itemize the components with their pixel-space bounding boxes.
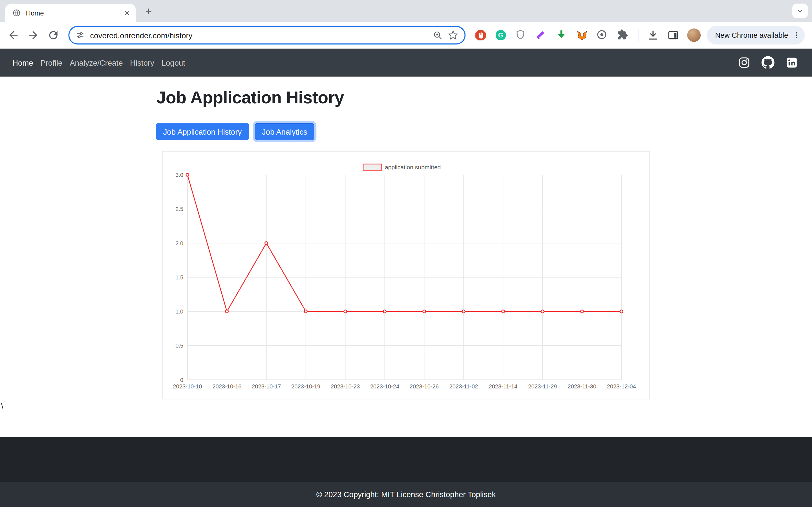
svg-text:2023-10-23: 2023-10-23 — [331, 383, 360, 390]
svg-text:2023-12-04: 2023-12-04 — [607, 383, 636, 390]
job-analytics-button[interactable]: Job Analytics — [255, 123, 314, 140]
tab-close-icon[interactable] — [122, 8, 132, 17]
forward-button[interactable] — [27, 29, 40, 41]
instagram-icon[interactable] — [737, 55, 752, 70]
chrome-update-label: New Chrome available — [715, 31, 788, 39]
svg-text:0: 0 — [180, 377, 183, 383]
adblock-extension-icon[interactable] — [474, 29, 487, 41]
browser-toolbar: covered.onrender.com/history G — [0, 22, 812, 49]
tab-title: Home — [26, 9, 117, 17]
bookmark-star-icon[interactable] — [448, 30, 458, 41]
svg-text:1.0: 1.0 — [175, 308, 183, 315]
svg-text:0.5: 0.5 — [175, 342, 183, 349]
nav-item-analyze-create[interactable]: Analyze/Create — [70, 58, 123, 67]
highlighter-extension-icon[interactable] — [535, 29, 546, 40]
svg-text:2023-10-17: 2023-10-17 — [252, 383, 281, 390]
url-text[interactable]: covered.onrender.com/history — [90, 31, 428, 40]
line-chart: 00.51.01.52.02.53.02023-10-102023-10-162… — [163, 152, 650, 399]
browser-window: Home covered.onrender. — [0, 0, 812, 507]
metamask-extension-icon[interactable] — [576, 29, 588, 41]
github-icon[interactable] — [760, 55, 776, 70]
svg-text:2023-10-10: 2023-10-10 — [173, 383, 202, 390]
svg-text:G: G — [498, 31, 504, 39]
downloads-icon[interactable] — [647, 29, 659, 41]
page-title: Job Application History — [156, 88, 344, 108]
nav-item-home[interactable]: Home — [12, 58, 33, 67]
footer: Interested in Joining the Project Email … — [0, 437, 812, 482]
kebab-menu-icon[interactable] — [792, 31, 801, 39]
chart-card: 00.51.01.52.02.53.02023-10-102023-10-162… — [162, 151, 650, 399]
extensions-puzzle-icon[interactable] — [617, 29, 628, 40]
svg-text:2023-10-26: 2023-10-26 — [410, 383, 439, 390]
svg-text:application submitted: application submitted — [385, 164, 441, 170]
svg-text:2023-11-14: 2023-11-14 — [489, 383, 517, 390]
globe-favicon-icon — [12, 9, 20, 17]
job-application-history-button[interactable]: Job Application History — [156, 123, 249, 140]
nav-item-profile[interactable]: Profile — [40, 58, 62, 67]
svg-text:2.0: 2.0 — [175, 240, 183, 246]
nav-item-history[interactable]: History — [130, 58, 154, 67]
svg-text:2023-11-02: 2023-11-02 — [449, 383, 478, 390]
browser-tab[interactable]: Home — [5, 4, 136, 22]
svg-text:3.0: 3.0 — [175, 172, 183, 178]
stray-backslash-text: \ — [1, 401, 3, 410]
svg-text:2.5: 2.5 — [175, 206, 183, 212]
site-settings-icon[interactable] — [75, 31, 85, 40]
svg-text:2023-10-16: 2023-10-16 — [212, 383, 241, 390]
new-tab-button[interactable] — [141, 4, 156, 19]
side-panel-icon[interactable] — [667, 29, 679, 41]
profile-avatar[interactable] — [687, 29, 701, 42]
down-arrow-extension-icon[interactable] — [556, 29, 567, 40]
address-bar[interactable]: covered.onrender.com/history — [68, 26, 465, 45]
tab-strip: Home — [0, 0, 812, 22]
copyright-bar: © 2023 Copyright: MIT License Christophe… — [0, 482, 812, 507]
svg-text:2023-11-29: 2023-11-29 — [528, 383, 557, 390]
copyright-text: © 2023 Copyright: MIT License Christophe… — [316, 490, 496, 499]
reload-button[interactable] — [47, 29, 59, 41]
nav-item-logout[interactable]: Logout — [161, 58, 185, 67]
linkedin-icon[interactable] — [784, 55, 800, 70]
shield-extension-icon[interactable] — [515, 29, 526, 40]
social-links — [737, 55, 800, 70]
chrome-update-pill[interactable]: New Chrome available — [707, 26, 805, 45]
zoom-icon[interactable] — [433, 30, 443, 40]
svg-text:2023-11-30: 2023-11-30 — [567, 383, 596, 390]
site-navbar: Home Profile Analyze/Create History Logo… — [0, 49, 812, 76]
toolbar-divider — [639, 29, 639, 41]
svg-text:1.5: 1.5 — [175, 274, 183, 281]
grammarly-extension-icon[interactable]: G — [495, 29, 507, 41]
back-button[interactable] — [7, 29, 20, 41]
circle-extension-icon[interactable] — [596, 29, 607, 40]
svg-text:2023-10-19: 2023-10-19 — [291, 383, 320, 390]
svg-text:2023-10-24: 2023-10-24 — [370, 383, 399, 390]
view-toggle-buttons: Job Application History Job Analytics — [156, 123, 315, 140]
tab-search-chevron-button[interactable] — [792, 4, 808, 18]
